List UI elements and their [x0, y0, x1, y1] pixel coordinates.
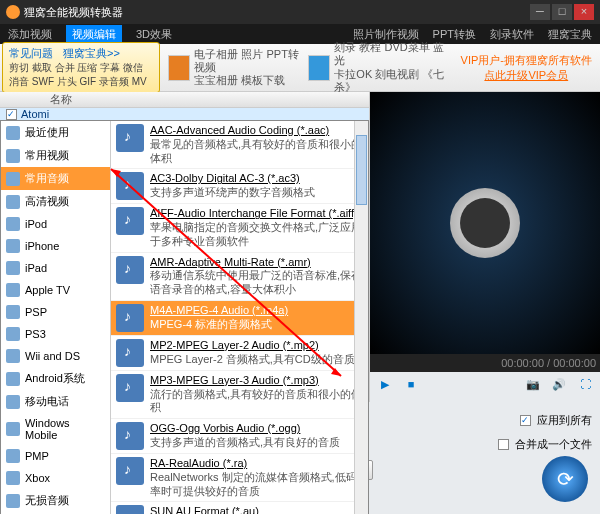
category-item[interactable]: Apple TV — [1, 279, 110, 301]
category-item[interactable]: iPhone — [1, 235, 110, 257]
guide-link[interactable]: 狸窝宝典>> — [63, 46, 120, 61]
format-item[interactable]: AAC-Advanced Audio Coding (*.aac)最常见的音频格… — [111, 121, 368, 169]
apply-all-checkbox[interactable] — [520, 415, 531, 426]
category-icon — [6, 149, 20, 163]
menu-video-edit[interactable]: 视频编辑 — [66, 25, 122, 44]
tips-row1: 剪切 截取 合并 压缩 字幕 微信 — [9, 61, 153, 75]
category-item[interactable]: 常用音频 — [1, 167, 110, 190]
format-icon — [116, 124, 144, 152]
snapshot-button[interactable]: 📷 — [524, 378, 542, 396]
apply-all-label: 应用到所有 — [537, 413, 592, 428]
category-item[interactable]: PS3 — [1, 323, 110, 345]
format-item[interactable]: AC3-Dolby Digital AC-3 (*.ac3)支持多声道环绕声的数… — [111, 169, 368, 204]
category-item[interactable]: Xbox — [1, 467, 110, 489]
format-icon — [116, 256, 144, 284]
file-checkbox[interactable] — [6, 109, 17, 120]
category-label: 高清视频 — [25, 194, 69, 209]
format-item[interactable]: MP2-MPEG Layer-2 Audio (*.mp2)MPEG Layer… — [111, 336, 368, 371]
category-item[interactable]: 高清视频 — [1, 190, 110, 213]
format-title: OGG-Ogg Vorbis Audio (*.ogg) — [150, 422, 340, 436]
menu-guide[interactable]: 狸窝宝典 — [548, 27, 592, 42]
format-desc: RealNetworks 制定的流媒体音频格式,低码率时可提供较好的音质 — [150, 471, 363, 499]
format-desc: MPEG Layer-2 音频格式,具有CD级的音质 — [150, 353, 355, 367]
category-item[interactable]: 常用视频 — [1, 144, 110, 167]
category-label: PSP — [25, 306, 47, 318]
category-icon — [6, 422, 20, 436]
format-desc: 支持多声道的音频格式,具有良好的音质 — [150, 436, 340, 450]
toolbar-album[interactable]: 电子相册 照片 PPT转视频宝宝相册 模板下载 — [168, 41, 302, 94]
col-name: 名称 — [50, 92, 72, 107]
category-icon — [6, 395, 20, 409]
category-label: Xbox — [25, 472, 50, 484]
menu-burn[interactable]: 刻录软件 — [490, 27, 534, 42]
category-icon — [6, 172, 20, 186]
format-desc: 苹果电脑指定的音频交换文件格式,广泛应用于多种专业音频软件 — [150, 221, 363, 249]
file-name: Atomi — [21, 108, 49, 120]
format-title: AC3-Dolby Digital AC-3 (*.ac3) — [150, 172, 315, 186]
category-item[interactable]: Windows Mobile — [1, 413, 110, 445]
close-button[interactable]: × — [574, 4, 594, 20]
category-label: PS3 — [25, 328, 46, 340]
fullscreen-button[interactable]: ⛶ — [576, 378, 594, 396]
category-label: Windows Mobile — [25, 417, 105, 441]
time-display: 00:00:00 / 00:00:00 — [501, 357, 596, 369]
format-title: MP2-MPEG Layer-2 Audio (*.mp2) — [150, 339, 355, 353]
volume-button[interactable]: 🔊 — [550, 378, 568, 396]
format-icon — [116, 172, 144, 200]
vip-link[interactable]: 点此升级VIP会员 — [484, 69, 568, 81]
format-icon — [116, 457, 144, 485]
category-item[interactable]: PMP — [1, 445, 110, 467]
format-item[interactable]: AMR-Adaptive Multi-Rate (*.amr)移动通信系统中使用… — [111, 253, 368, 301]
menu-3d-effect[interactable]: 3D效果 — [136, 27, 172, 42]
format-item[interactable]: RA-RealAudio (*.ra)RealNetworks 制定的流媒体音频… — [111, 454, 368, 502]
toolbar-burn[interactable]: 刻录 教程 DVD菜单 蓝光卡拉OK 刻电视剧 《七杀》 — [308, 41, 447, 94]
disc-icon — [308, 55, 330, 81]
category-item[interactable]: Wii and DS — [1, 345, 110, 367]
format-desc: 流行的音频格式,具有较好的音质和很小的体积 — [150, 388, 363, 416]
format-title: AAC-Advanced Audio Coding (*.aac) — [150, 124, 363, 138]
category-item[interactable]: 无损音频 — [1, 489, 110, 512]
format-item[interactable]: SUN AU Format (*.au) — [111, 502, 368, 514]
format-item[interactable]: M4A-MPEG-4 Audio (*.m4a)MPEG-4 标准的音频格式 — [111, 301, 368, 336]
category-item[interactable]: Android系统 — [1, 367, 110, 390]
category-list: 最近使用常用视频常用音频高清视频iPodiPhoneiPadApple TVPS… — [1, 121, 111, 514]
format-desc: 移动通信系统中使用最广泛的语音标准,保存语音录音的格式,容量大体积小 — [150, 269, 363, 297]
format-desc: 支持多声道环绕声的数字音频格式 — [150, 186, 315, 200]
format-desc: MPEG-4 标准的音频格式 — [150, 318, 288, 332]
format-title: AMR-Adaptive Multi-Rate (*.amr) — [150, 256, 363, 270]
merge-label: 合并成一个文件 — [515, 437, 592, 452]
category-icon — [6, 239, 20, 253]
category-label: 常用音频 — [25, 171, 69, 186]
category-item[interactable]: 移动电话 — [1, 390, 110, 413]
menu-ppt[interactable]: PPT转换 — [433, 27, 476, 42]
maximize-button[interactable]: □ — [552, 4, 572, 20]
scrollbar[interactable] — [354, 121, 368, 514]
category-item[interactable]: PSP — [1, 301, 110, 323]
minimize-button[interactable]: ─ — [530, 4, 550, 20]
category-label: Wii and DS — [25, 350, 80, 362]
category-item[interactable]: iPod — [1, 213, 110, 235]
format-item[interactable]: OGG-Ogg Vorbis Audio (*.ogg)支持多声道的音频格式,具… — [111, 419, 368, 454]
category-icon — [6, 261, 20, 275]
format-list: AAC-Advanced Audio Coding (*.aac)最常见的音频格… — [111, 121, 368, 514]
menu-photo-video[interactable]: 照片制作视频 — [353, 27, 419, 42]
format-icon — [116, 304, 144, 332]
format-icon — [116, 505, 144, 514]
category-item[interactable]: iPad — [1, 257, 110, 279]
file-row[interactable]: Atomi — [0, 108, 369, 120]
category-item[interactable]: 最近使用 — [1, 121, 110, 144]
category-icon — [6, 449, 20, 463]
convert-button[interactable]: ⟳ — [542, 456, 588, 502]
stop-button[interactable]: ■ — [402, 378, 420, 396]
tips-row2: 消音 SWF 片头 GIF 录音频 MV — [9, 75, 153, 89]
category-icon — [6, 494, 20, 508]
format-item[interactable]: MP3-MPEG Layer-3 Audio (*.mp3)流行的音频格式,具有… — [111, 371, 368, 419]
format-title: MP3-MPEG Layer-3 Audio (*.mp3) — [150, 374, 363, 388]
format-item[interactable]: AIFF-Audio Interchange File Format (*.ai… — [111, 204, 368, 252]
merge-checkbox[interactable] — [498, 439, 509, 450]
scroll-thumb[interactable] — [356, 135, 367, 205]
menu-add-video[interactable]: 添加视频 — [8, 27, 52, 42]
app-title: 狸窝全能视频转换器 — [24, 5, 123, 20]
play-button[interactable]: ▶ — [376, 378, 394, 396]
faq-link[interactable]: 常见问题 — [9, 46, 53, 61]
